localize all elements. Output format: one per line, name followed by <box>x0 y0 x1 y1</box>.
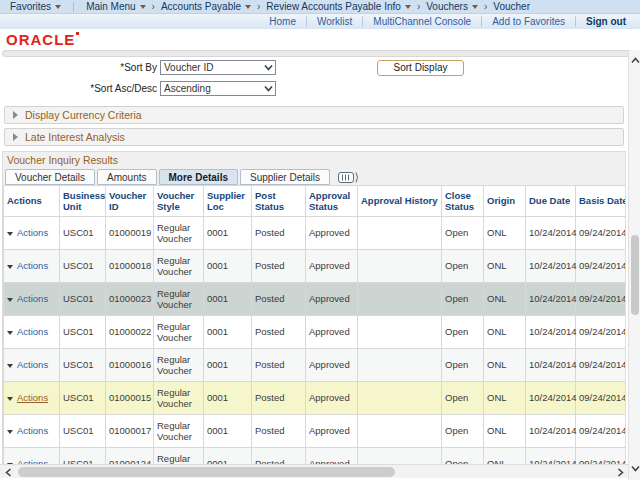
scroll-left-icon[interactable] <box>2 466 14 478</box>
cell-supplier-loc: 0001 <box>204 415 252 448</box>
cell-origin: ONL <box>484 415 526 448</box>
table-row: ActionsUSC0101000022Regular Voucher0001P… <box>4 316 627 349</box>
cell-voucher-id: 01000017 <box>106 415 154 448</box>
tab-voucher-details[interactable]: Voucher Details <box>5 169 95 185</box>
cell-business-unit: USC01 <box>60 217 106 250</box>
sort-by-select[interactable]: Voucher ID <box>160 60 276 75</box>
scroll-down-icon[interactable] <box>629 462 640 474</box>
cell-close-status: Open <box>442 349 484 382</box>
actions-link[interactable]: Actions <box>17 359 48 370</box>
cell-voucher-style: Regular Voucher <box>154 283 204 316</box>
col-origin: Origin <box>484 186 526 217</box>
cell-actions: Actions <box>4 382 60 415</box>
cell-due-date: 10/24/2014 <box>526 316 576 349</box>
scroll-up-icon[interactable] <box>629 54 640 66</box>
actions-dropdown-icon[interactable] <box>7 397 13 401</box>
sort-asc-desc-select[interactable]: Ascending <box>160 81 276 96</box>
cell-supplier-loc: 0001 <box>204 217 252 250</box>
breadcrumb-item-vouchers[interactable]: Vouchers <box>422 1 482 12</box>
actions-link[interactable]: Actions <box>17 425 48 436</box>
actions-dropdown-icon[interactable] <box>7 331 13 335</box>
cell-business-unit: USC01 <box>60 382 106 415</box>
home-link[interactable]: Home <box>259 16 306 27</box>
section-late-interest-analysis[interactable]: Late Interest Analysis <box>4 128 624 146</box>
table-row: ActionsUSC0101000018Regular Voucher0001P… <box>4 250 627 283</box>
col-basis-date: Basis Date <box>576 186 627 217</box>
actions-dropdown-icon[interactable] <box>7 298 13 302</box>
cell-business-unit: USC01 <box>60 415 106 448</box>
sort-asc-desc-label: *Sort Asc/Desc <box>0 83 160 94</box>
horizontal-scrollbar[interactable] <box>0 464 628 478</box>
results-title: Voucher Inquiry Results <box>3 152 625 169</box>
breadcrumb-item-main-menu[interactable]: Main Menu <box>82 1 149 12</box>
col-approval-history: Approval History <box>358 186 442 217</box>
table-row: ActionsUSC0101000017Regular Voucher0001P… <box>4 415 627 448</box>
cell-approval-status: Approved <box>306 283 358 316</box>
chevron-down-icon <box>55 5 61 9</box>
actions-dropdown-icon[interactable] <box>7 430 13 434</box>
cell-business-unit: USC01 <box>60 349 106 382</box>
cell-due-date: 10/24/2014 <box>526 382 576 415</box>
vertical-scrollbar[interactable] <box>628 50 640 480</box>
results-table: Actions Business Unit Voucher ID Voucher… <box>3 185 626 473</box>
cell-post-status: Posted <box>252 349 306 382</box>
breadcrumb-item-review-ap-info[interactable]: Review Accounts Payable Info <box>262 1 415 12</box>
cell-origin: ONL <box>484 382 526 415</box>
favorites-label: Favorites <box>10 1 51 12</box>
chevron-down-icon <box>245 5 251 9</box>
cell-approval-history <box>358 316 442 349</box>
actions-link[interactable]: Actions <box>17 293 48 304</box>
cell-voucher-style: Regular Voucher <box>154 349 204 382</box>
tab-supplier-details[interactable]: Supplier Details <box>240 169 330 185</box>
cell-close-status: Open <box>442 283 484 316</box>
cell-origin: ONL <box>484 217 526 250</box>
section-display-currency-criteria[interactable]: Display Currency Criteria <box>4 106 624 124</box>
breadcrumb-item-voucher[interactable]: Voucher <box>489 1 534 12</box>
worklist-link[interactable]: Worklist <box>306 16 362 27</box>
section-label: Late Interest Analysis <box>25 131 125 143</box>
cell-approval-history <box>358 349 442 382</box>
vertical-scroll-thumb[interactable] <box>631 235 639 315</box>
cell-voucher-id: 01000019 <box>106 217 154 250</box>
cell-close-status: Open <box>442 382 484 415</box>
cell-voucher-style: Regular Voucher <box>154 217 204 250</box>
tab-more-details[interactable]: More Details <box>159 169 238 185</box>
triangle-right-icon <box>13 133 18 141</box>
actions-dropdown-icon[interactable] <box>7 232 13 236</box>
breadcrumb-item-accounts-payable[interactable]: Accounts Payable <box>157 1 255 12</box>
add-to-favorites-link[interactable]: Add to Favorites <box>481 16 575 27</box>
horizontal-scroll-thumb[interactable] <box>18 467 395 477</box>
col-supplier-loc: Supplier Loc <box>204 186 252 217</box>
cell-close-status: Open <box>442 217 484 250</box>
multichannel-console-link[interactable]: MultiChannel Console <box>362 16 481 27</box>
actions-link[interactable]: Actions <box>17 260 48 271</box>
sort-display-button[interactable]: Sort Display <box>377 60 464 76</box>
actions-link[interactable]: Actions <box>17 392 48 403</box>
col-close-status: Close Status <box>442 186 484 217</box>
cell-basis-date: 09/24/2014 <box>576 415 627 448</box>
actions-dropdown-icon[interactable] <box>7 265 13 269</box>
table-row: ActionsUSC0101000016Regular Voucher0001P… <box>4 349 627 382</box>
tab-amounts[interactable]: Amounts <box>97 169 156 185</box>
logo-bar: ORACLE <box>0 29 640 50</box>
cell-business-unit: USC01 <box>60 250 106 283</box>
table-row: ActionsUSC0101000019Regular Voucher0001P… <box>4 217 627 250</box>
sign-out-link[interactable]: Sign out <box>575 16 626 27</box>
chevron-down-icon <box>405 5 411 9</box>
actions-link[interactable]: Actions <box>17 227 48 238</box>
favorites-menu[interactable]: Favorites <box>6 1 65 12</box>
show-all-columns-icon[interactable] <box>338 172 360 183</box>
cell-due-date: 10/24/2014 <box>526 283 576 316</box>
cell-origin: ONL <box>484 349 526 382</box>
actions-link[interactable]: Actions <box>17 326 48 337</box>
cell-post-status: Posted <box>252 283 306 316</box>
cell-voucher-id: 01000016 <box>106 349 154 382</box>
scroll-right-icon[interactable] <box>614 466 626 478</box>
cell-actions: Actions <box>4 415 60 448</box>
actions-dropdown-icon[interactable] <box>7 364 13 368</box>
cell-approval-status: Approved <box>306 349 358 382</box>
triangle-right-icon <box>13 111 18 119</box>
cell-voucher-style: Regular Voucher <box>154 382 204 415</box>
cell-basis-date: 09/24/2014 <box>576 349 627 382</box>
cell-post-status: Posted <box>252 415 306 448</box>
